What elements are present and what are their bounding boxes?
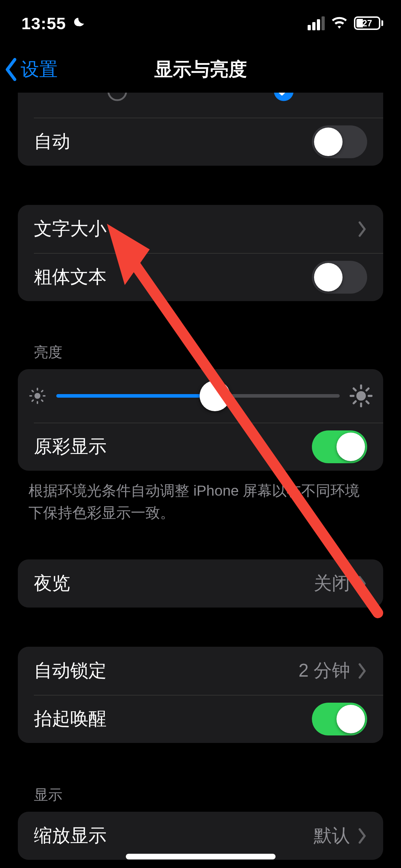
svg-line-10 [42, 391, 43, 392]
back-button[interactable]: 设置 [0, 57, 58, 82]
nav-bar: 设置 显示与亮度 [0, 46, 401, 93]
svg-line-16 [354, 388, 356, 391]
row-text-size[interactable]: 文字大小 [18, 205, 383, 253]
row-bold-text[interactable]: 粗体文本 [18, 253, 383, 301]
home-indicator[interactable] [126, 854, 276, 859]
svg-point-2 [35, 393, 41, 399]
auto-lock-label: 自动锁定 [34, 658, 107, 683]
chevron-left-icon [4, 57, 19, 82]
radio-unselected-icon [107, 93, 128, 102]
chevron-right-icon [357, 221, 367, 238]
bold-text-toggle[interactable] [312, 261, 367, 294]
group-brightness: 原彩显示 [18, 369, 383, 471]
true-tone-toggle[interactable] [312, 430, 367, 463]
group-autolock: 自动锁定 2 分钟 抬起唤醒 [18, 647, 383, 743]
row-brightness-slider[interactable] [18, 369, 383, 423]
night-shift-value: 关闭 [314, 571, 357, 596]
page-title: 显示与亮度 [0, 57, 401, 82]
back-label: 设置 [21, 57, 58, 82]
chevron-right-icon [357, 662, 367, 680]
auto-appearance-label: 自动 [34, 129, 70, 154]
raise-to-wake-toggle[interactable] [312, 703, 367, 735]
status-right: 27 [308, 15, 383, 31]
svg-line-7 [32, 391, 33, 392]
status-time: 13:55 [21, 14, 66, 33]
section-footer-brightness: 根据环境光条件自动调整 iPhone 屏幕以在不同环境下保持色彩显示一致。 [29, 480, 372, 524]
wifi-icon [331, 15, 348, 31]
group-appearance: 自动 [18, 93, 383, 166]
svg-line-17 [366, 401, 369, 403]
section-header-display: 显示 [34, 785, 367, 805]
row-true-tone[interactable]: 原彩显示 [18, 423, 383, 471]
bold-text-label: 粗体文本 [34, 265, 107, 289]
row-auto-appearance[interactable]: 自动 [18, 118, 383, 166]
status-left: 13:55 [21, 14, 86, 33]
text-size-label: 文字大小 [34, 217, 107, 241]
radio-selected-icon [273, 93, 294, 102]
svg-line-19 [366, 388, 369, 391]
section-header-brightness: 亮度 [34, 342, 367, 362]
svg-point-0 [108, 93, 126, 100]
display-zoom-label: 缩放显示 [34, 823, 107, 848]
row-night-shift[interactable]: 夜览 关闭 [18, 559, 383, 608]
content[interactable]: 自动 文字大小 粗体文本 亮度 [0, 93, 401, 868]
sun-large-icon [350, 384, 372, 407]
cellular-signal-icon [308, 16, 325, 30]
sun-small-icon [29, 387, 46, 405]
group-text: 文字大小 粗体文本 [18, 205, 383, 301]
screen: 13:55 27 设置 显示与亮度 [0, 0, 401, 868]
group-night-shift: 夜览 关闭 [18, 559, 383, 608]
svg-line-8 [42, 400, 43, 401]
row-auto-lock[interactable]: 自动锁定 2 分钟 [18, 647, 383, 695]
brightness-slider[interactable] [56, 394, 340, 398]
night-shift-label: 夜览 [34, 571, 70, 596]
svg-line-9 [32, 400, 33, 401]
chevron-right-icon [357, 575, 367, 592]
auto-appearance-toggle[interactable] [312, 125, 367, 158]
display-zoom-value: 默认 [314, 823, 357, 848]
appearance-selector-cutoff [18, 93, 383, 118]
row-raise-to-wake[interactable]: 抬起唤醒 [18, 695, 383, 743]
svg-point-11 [356, 391, 366, 401]
status-bar: 13:55 27 [0, 0, 401, 46]
true-tone-label: 原彩显示 [34, 434, 107, 459]
raise-to-wake-label: 抬起唤醒 [34, 707, 107, 731]
auto-lock-value: 2 分钟 [298, 658, 357, 683]
row-display-zoom[interactable]: 缩放显示 默认 [18, 812, 383, 860]
chevron-right-icon [357, 827, 367, 844]
svg-line-18 [354, 401, 356, 403]
group-display-zoom: 缩放显示 默认 [18, 812, 383, 860]
battery-icon: 27 [354, 16, 383, 30]
dnd-moon-icon [72, 16, 86, 30]
